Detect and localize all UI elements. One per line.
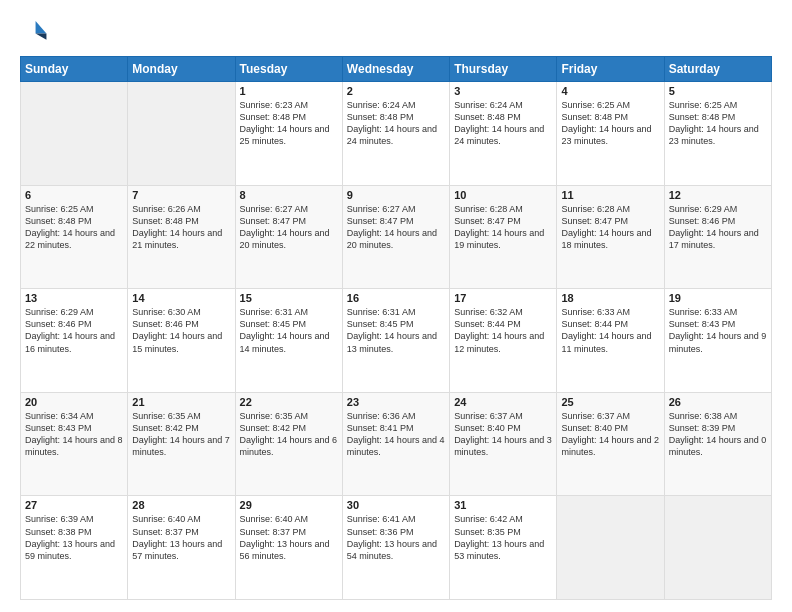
day-info: Sunrise: 6:29 AMSunset: 8:46 PMDaylight:…	[25, 306, 123, 355]
day-number: 16	[347, 292, 445, 304]
day-info: Sunrise: 6:42 AMSunset: 8:35 PMDaylight:…	[454, 513, 552, 562]
day-cell	[664, 496, 771, 600]
day-cell	[128, 82, 235, 186]
col-header-sunday: Sunday	[21, 57, 128, 82]
day-cell: 10Sunrise: 6:28 AMSunset: 8:47 PMDayligh…	[450, 185, 557, 289]
day-cell: 14Sunrise: 6:30 AMSunset: 8:46 PMDayligh…	[128, 289, 235, 393]
calendar-header-row: SundayMondayTuesdayWednesdayThursdayFrid…	[21, 57, 772, 82]
day-number: 12	[669, 189, 767, 201]
day-number: 15	[240, 292, 338, 304]
day-number: 4	[561, 85, 659, 97]
day-info: Sunrise: 6:33 AMSunset: 8:44 PMDaylight:…	[561, 306, 659, 355]
day-number: 25	[561, 396, 659, 408]
day-number: 13	[25, 292, 123, 304]
day-info: Sunrise: 6:24 AMSunset: 8:48 PMDaylight:…	[347, 99, 445, 148]
day-number: 18	[561, 292, 659, 304]
day-info: Sunrise: 6:28 AMSunset: 8:47 PMDaylight:…	[561, 203, 659, 252]
day-info: Sunrise: 6:34 AMSunset: 8:43 PMDaylight:…	[25, 410, 123, 459]
day-cell: 8Sunrise: 6:27 AMSunset: 8:47 PMDaylight…	[235, 185, 342, 289]
day-cell	[557, 496, 664, 600]
day-cell: 7Sunrise: 6:26 AMSunset: 8:48 PMDaylight…	[128, 185, 235, 289]
day-info: Sunrise: 6:39 AMSunset: 8:38 PMDaylight:…	[25, 513, 123, 562]
week-row-0: 1Sunrise: 6:23 AMSunset: 8:48 PMDaylight…	[21, 82, 772, 186]
day-info: Sunrise: 6:36 AMSunset: 8:41 PMDaylight:…	[347, 410, 445, 459]
day-info: Sunrise: 6:29 AMSunset: 8:46 PMDaylight:…	[669, 203, 767, 252]
day-number: 10	[454, 189, 552, 201]
day-number: 31	[454, 499, 552, 511]
day-cell: 12Sunrise: 6:29 AMSunset: 8:46 PMDayligh…	[664, 185, 771, 289]
day-cell: 13Sunrise: 6:29 AMSunset: 8:46 PMDayligh…	[21, 289, 128, 393]
day-info: Sunrise: 6:30 AMSunset: 8:46 PMDaylight:…	[132, 306, 230, 355]
week-row-2: 13Sunrise: 6:29 AMSunset: 8:46 PMDayligh…	[21, 289, 772, 393]
col-header-monday: Monday	[128, 57, 235, 82]
day-number: 29	[240, 499, 338, 511]
week-row-1: 6Sunrise: 6:25 AMSunset: 8:48 PMDaylight…	[21, 185, 772, 289]
day-number: 20	[25, 396, 123, 408]
day-cell: 18Sunrise: 6:33 AMSunset: 8:44 PMDayligh…	[557, 289, 664, 393]
day-cell: 28Sunrise: 6:40 AMSunset: 8:37 PMDayligh…	[128, 496, 235, 600]
day-cell: 5Sunrise: 6:25 AMSunset: 8:48 PMDaylight…	[664, 82, 771, 186]
week-row-3: 20Sunrise: 6:34 AMSunset: 8:43 PMDayligh…	[21, 392, 772, 496]
day-cell: 20Sunrise: 6:34 AMSunset: 8:43 PMDayligh…	[21, 392, 128, 496]
day-info: Sunrise: 6:24 AMSunset: 8:48 PMDaylight:…	[454, 99, 552, 148]
day-number: 22	[240, 396, 338, 408]
day-cell: 15Sunrise: 6:31 AMSunset: 8:45 PMDayligh…	[235, 289, 342, 393]
col-header-tuesday: Tuesday	[235, 57, 342, 82]
day-info: Sunrise: 6:25 AMSunset: 8:48 PMDaylight:…	[561, 99, 659, 148]
day-number: 23	[347, 396, 445, 408]
day-cell: 1Sunrise: 6:23 AMSunset: 8:48 PMDaylight…	[235, 82, 342, 186]
day-info: Sunrise: 6:38 AMSunset: 8:39 PMDaylight:…	[669, 410, 767, 459]
day-info: Sunrise: 6:31 AMSunset: 8:45 PMDaylight:…	[347, 306, 445, 355]
day-cell: 26Sunrise: 6:38 AMSunset: 8:39 PMDayligh…	[664, 392, 771, 496]
day-info: Sunrise: 6:37 AMSunset: 8:40 PMDaylight:…	[454, 410, 552, 459]
day-number: 8	[240, 189, 338, 201]
day-info: Sunrise: 6:40 AMSunset: 8:37 PMDaylight:…	[240, 513, 338, 562]
day-info: Sunrise: 6:35 AMSunset: 8:42 PMDaylight:…	[240, 410, 338, 459]
day-cell: 27Sunrise: 6:39 AMSunset: 8:38 PMDayligh…	[21, 496, 128, 600]
day-cell: 2Sunrise: 6:24 AMSunset: 8:48 PMDaylight…	[342, 82, 449, 186]
day-cell: 16Sunrise: 6:31 AMSunset: 8:45 PMDayligh…	[342, 289, 449, 393]
day-info: Sunrise: 6:23 AMSunset: 8:48 PMDaylight:…	[240, 99, 338, 148]
day-info: Sunrise: 6:32 AMSunset: 8:44 PMDaylight:…	[454, 306, 552, 355]
logo	[20, 18, 52, 46]
day-info: Sunrise: 6:26 AMSunset: 8:48 PMDaylight:…	[132, 203, 230, 252]
day-info: Sunrise: 6:28 AMSunset: 8:47 PMDaylight:…	[454, 203, 552, 252]
day-number: 30	[347, 499, 445, 511]
day-number: 21	[132, 396, 230, 408]
header	[20, 18, 772, 46]
day-number: 9	[347, 189, 445, 201]
day-cell: 11Sunrise: 6:28 AMSunset: 8:47 PMDayligh…	[557, 185, 664, 289]
day-info: Sunrise: 6:37 AMSunset: 8:40 PMDaylight:…	[561, 410, 659, 459]
day-cell: 6Sunrise: 6:25 AMSunset: 8:48 PMDaylight…	[21, 185, 128, 289]
col-header-thursday: Thursday	[450, 57, 557, 82]
day-cell: 23Sunrise: 6:36 AMSunset: 8:41 PMDayligh…	[342, 392, 449, 496]
day-cell: 21Sunrise: 6:35 AMSunset: 8:42 PMDayligh…	[128, 392, 235, 496]
week-row-4: 27Sunrise: 6:39 AMSunset: 8:38 PMDayligh…	[21, 496, 772, 600]
page: SundayMondayTuesdayWednesdayThursdayFrid…	[0, 0, 792, 612]
day-number: 14	[132, 292, 230, 304]
day-info: Sunrise: 6:31 AMSunset: 8:45 PMDaylight:…	[240, 306, 338, 355]
day-number: 24	[454, 396, 552, 408]
day-number: 1	[240, 85, 338, 97]
day-number: 2	[347, 85, 445, 97]
day-cell: 22Sunrise: 6:35 AMSunset: 8:42 PMDayligh…	[235, 392, 342, 496]
svg-marker-1	[36, 34, 47, 40]
day-cell: 4Sunrise: 6:25 AMSunset: 8:48 PMDaylight…	[557, 82, 664, 186]
day-number: 19	[669, 292, 767, 304]
day-cell: 3Sunrise: 6:24 AMSunset: 8:48 PMDaylight…	[450, 82, 557, 186]
day-info: Sunrise: 6:41 AMSunset: 8:36 PMDaylight:…	[347, 513, 445, 562]
col-header-saturday: Saturday	[664, 57, 771, 82]
day-number: 6	[25, 189, 123, 201]
day-info: Sunrise: 6:27 AMSunset: 8:47 PMDaylight:…	[240, 203, 338, 252]
col-header-wednesday: Wednesday	[342, 57, 449, 82]
day-cell: 17Sunrise: 6:32 AMSunset: 8:44 PMDayligh…	[450, 289, 557, 393]
day-cell: 31Sunrise: 6:42 AMSunset: 8:35 PMDayligh…	[450, 496, 557, 600]
day-number: 5	[669, 85, 767, 97]
day-number: 11	[561, 189, 659, 201]
day-cell: 9Sunrise: 6:27 AMSunset: 8:47 PMDaylight…	[342, 185, 449, 289]
day-cell: 30Sunrise: 6:41 AMSunset: 8:36 PMDayligh…	[342, 496, 449, 600]
day-cell: 25Sunrise: 6:37 AMSunset: 8:40 PMDayligh…	[557, 392, 664, 496]
day-info: Sunrise: 6:27 AMSunset: 8:47 PMDaylight:…	[347, 203, 445, 252]
svg-marker-0	[36, 21, 47, 33]
day-info: Sunrise: 6:25 AMSunset: 8:48 PMDaylight:…	[25, 203, 123, 252]
